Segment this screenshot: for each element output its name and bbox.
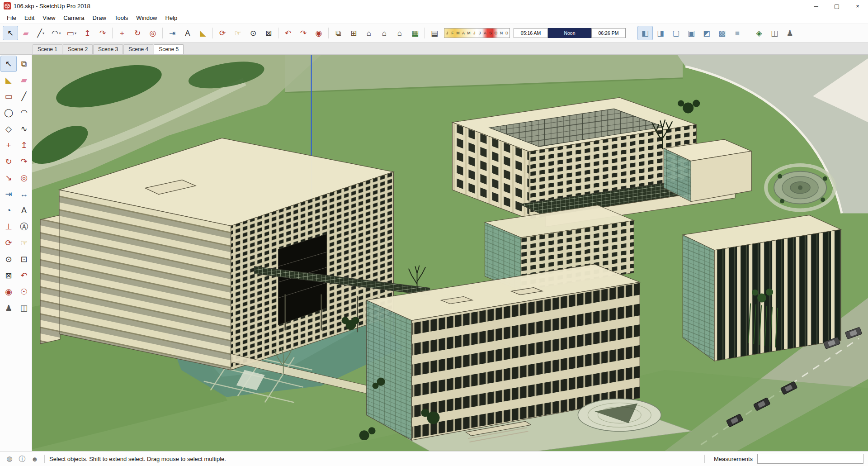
- pan-tool-button[interactable]: ☞: [230, 26, 245, 40]
- pan-tool[interactable]: ☞: [16, 235, 32, 251]
- text-tool-button[interactable]: A: [180, 26, 195, 40]
- style-wireframe-button[interactable]: ▢: [668, 26, 684, 40]
- look-around-tool[interactable]: ☉: [16, 284, 32, 300]
- menu-item[interactable]: Help: [161, 13, 182, 23]
- select-tool[interactable]: ↖: [0, 56, 17, 72]
- walk-tool-button[interactable]: ♟: [782, 26, 797, 40]
- section-plane-tool[interactable]: ◫: [16, 300, 32, 316]
- rail-tool-icon: ⊙: [5, 255, 12, 263]
- paint-bucket-tool[interactable]: ◣: [0, 72, 17, 88]
- shadow-date-slider[interactable]: JFMAMJJASOND: [444, 28, 510, 38]
- arc-tool-button[interactable]: ◠ ▾: [49, 26, 64, 40]
- push-pull-tool-button[interactable]: ↥: [80, 26, 95, 40]
- close-button[interactable]: ×: [847, 0, 868, 12]
- offset-tool-button[interactable]: ◎: [145, 26, 160, 40]
- arc-tool[interactable]: ◠: [16, 105, 32, 121]
- month-label: D: [504, 29, 509, 38]
- follow-me-tool-button[interactable]: ↷: [95, 26, 110, 40]
- scene-tab-3[interactable]: Scene 3: [93, 44, 123, 54]
- style-shaded-button[interactable]: ◩: [699, 26, 714, 40]
- share-component-button[interactable]: ⌂: [392, 26, 407, 40]
- scene-tab-5[interactable]: Scene 5: [154, 44, 184, 54]
- style-back-edges-button[interactable]: ◨: [653, 26, 668, 40]
- components-panel-button[interactable]: ⊞: [346, 26, 361, 40]
- menu-item[interactable]: View: [38, 13, 59, 23]
- maximize-button[interactable]: ▢: [826, 0, 847, 12]
- rotate-tool-button[interactable]: ↻: [130, 26, 145, 40]
- viewport-3d[interactable]: [32, 55, 868, 451]
- polygon-tool[interactable]: ◇: [0, 121, 17, 137]
- make-component-button[interactable]: ⧉: [330, 26, 346, 40]
- rail-tool-icon: Ⓐ: [20, 223, 28, 231]
- style-icon: ▢: [672, 29, 679, 37]
- menu-item[interactable]: Draw: [89, 13, 110, 23]
- select-tool-button[interactable]: ↖: [3, 26, 18, 40]
- position-camera-button[interactable]: ◉: [311, 26, 326, 40]
- line-tool-button[interactable]: ╱ ▾: [33, 26, 49, 40]
- follow-me-tool[interactable]: ↷: [16, 153, 32, 170]
- axes-tool[interactable]: ⊥: [0, 219, 17, 235]
- push-pull-tool[interactable]: ↥: [16, 137, 32, 153]
- credits-icon[interactable]: ⓘ: [17, 454, 27, 464]
- 3d-text-tool[interactable]: Ⓐ: [16, 219, 32, 235]
- get-models-button[interactable]: ⌂: [361, 26, 377, 40]
- style-monochrome-button[interactable]: ■: [730, 26, 745, 40]
- menu-item[interactable]: Window: [132, 13, 161, 23]
- minimize-button[interactable]: ─: [806, 0, 826, 12]
- style-hidden-line-button[interactable]: ▣: [684, 26, 699, 40]
- walk-tool[interactable]: ♟: [0, 300, 17, 316]
- previous-view-button[interactable]: ↶: [280, 26, 296, 40]
- menu-item[interactable]: Tools: [110, 13, 132, 23]
- eraser-tool[interactable]: ▰: [16, 72, 32, 88]
- previous-view-tool[interactable]: ↶: [16, 267, 32, 284]
- geolocation-icon[interactable]: ◍: [5, 454, 14, 464]
- move-tool-button[interactable]: +: [114, 26, 130, 40]
- noon-slider-handle[interactable]: Noon: [548, 28, 591, 38]
- style-xray-button[interactable]: ◧: [637, 26, 653, 40]
- section-plane-button[interactable]: ◫: [767, 26, 782, 40]
- tape-measure-tool[interactable]: ⇥: [0, 186, 17, 202]
- zoom-tool-button[interactable]: ⊙: [245, 26, 261, 40]
- offset-tool[interactable]: ◎: [16, 170, 32, 186]
- toolbar-separator: [278, 28, 278, 38]
- zoom-extents-tool[interactable]: ⊠: [0, 267, 17, 284]
- circle-tool[interactable]: ◯: [0, 105, 17, 121]
- measurements-input[interactable]: [757, 454, 863, 464]
- paint-bucket-tool-button[interactable]: ◣: [195, 26, 211, 40]
- freehand-tool[interactable]: ∿: [16, 121, 32, 137]
- shadow-settings-button[interactable]: ▤: [427, 26, 442, 40]
- scale-tool[interactable]: ↘: [0, 170, 17, 186]
- dimension-tool[interactable]: ↔: [16, 186, 32, 202]
- menu-item[interactable]: File: [3, 13, 20, 23]
- tape-measure-tool-button[interactable]: ⇥: [165, 26, 180, 40]
- share-model-button[interactable]: ⌂: [377, 26, 392, 40]
- main-area: ↖ ⧉ ◣ ▰ ▭ ╱ ◯ ◠ ◇ ∿ + ↥: [0, 55, 868, 451]
- zoom-tool[interactable]: ⊙: [0, 251, 17, 267]
- rotate-tool[interactable]: ↻: [0, 153, 17, 170]
- scene-tab-4[interactable]: Scene 4: [123, 44, 153, 54]
- eraser-tool-button[interactable]: ▰: [18, 26, 33, 40]
- style-shaded-textures-button[interactable]: ▩: [714, 26, 730, 40]
- orbit-tool-button[interactable]: ⟳: [215, 26, 230, 40]
- rectangle-tool-button[interactable]: ▭ ▾: [64, 26, 80, 40]
- move-tool[interactable]: +: [0, 137, 17, 153]
- text-tool[interactable]: A: [16, 202, 32, 219]
- menu-item[interactable]: Camera: [59, 13, 88, 23]
- rectangle-tool[interactable]: ▭: [0, 88, 17, 105]
- add-location-button[interactable]: ◈: [751, 26, 767, 40]
- extension-warehouse-button[interactable]: ▦: [407, 26, 423, 40]
- orbit-tool[interactable]: ⟳: [0, 235, 17, 251]
- protractor-tool[interactable]: ◔: [0, 202, 17, 219]
- menu-item[interactable]: Edit: [20, 13, 38, 23]
- zoom-window-tool[interactable]: ⊡: [16, 251, 32, 267]
- misc-toolbar: ◈ ◫ ♟: [751, 26, 797, 40]
- line-tool[interactable]: ╱: [16, 88, 32, 105]
- next-view-button[interactable]: ↷: [296, 26, 311, 40]
- style-icon: ◩: [703, 29, 710, 37]
- make-component-tool[interactable]: ⧉: [16, 56, 32, 72]
- scene-tab-2[interactable]: Scene 2: [63, 44, 93, 54]
- scene-tab-1[interactable]: Scene 1: [33, 44, 62, 54]
- sign-in-avatar-icon[interactable]: ☻: [30, 454, 40, 464]
- position-camera-tool[interactable]: ◉: [0, 284, 17, 300]
- zoom-extents-button[interactable]: ⊠: [261, 26, 276, 40]
